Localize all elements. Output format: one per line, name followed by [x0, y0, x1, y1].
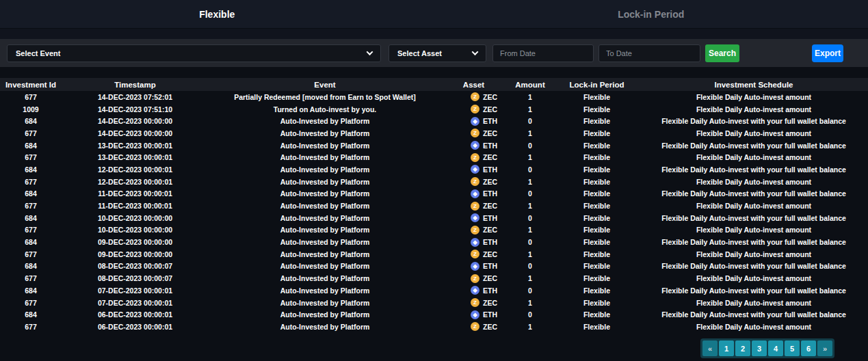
cell-investment-schedule: Flexible Daily Auto-invest amount — [640, 250, 868, 258]
cell-event: Auto-Invested by Platform — [209, 117, 441, 125]
cell-amount: 0 — [506, 214, 554, 222]
to-date-input[interactable] — [606, 49, 693, 57]
cell-asset: ◆ETH — [441, 310, 506, 319]
table-row: 68414-DEC-2023 00:00:00Auto-Invested by … — [0, 115, 868, 127]
cell-lock-in-period: Flexible — [554, 226, 640, 234]
cell-lock-in-period: Flexible — [554, 117, 640, 125]
cell-investment-schedule: Flexible Daily Auto-invest with your ful… — [640, 189, 868, 198]
cell-investment-schedule: Flexible Daily Auto-invest with your ful… — [640, 214, 868, 222]
column-header-lock-in-period: Lock-in Period — [554, 81, 640, 89]
cell-lock-in-period: Flexible — [554, 153, 640, 161]
cell-timestamp: 10-DEC-2023 00:00:00 — [62, 214, 209, 222]
pagination-page-button-4[interactable]: 4 — [768, 340, 783, 356]
table-row: 67711-DEC-2023 00:00:01Auto-Invested by … — [0, 200, 868, 212]
cell-investment-schedule: Flexible Daily Auto-invest with your ful… — [640, 262, 868, 270]
cell-amount: 0 — [506, 189, 554, 198]
pagination-page-button-2[interactable]: 2 — [735, 340, 750, 356]
cell-amount: 1 — [506, 129, 554, 137]
cell-investment-id: 684 — [0, 310, 62, 319]
cell-timestamp: 14-DEC-2023 00:00:00 — [62, 129, 209, 137]
cell-timestamp: 07-DEC-2023 00:00:01 — [62, 299, 209, 307]
cell-asset: ◆ETH — [441, 141, 506, 150]
cell-investment-id: 677 — [0, 202, 62, 210]
tab-flexible[interactable]: Flexible — [0, 0, 434, 28]
cell-asset: ◆ETH — [441, 286, 506, 295]
cell-lock-in-period: Flexible — [554, 262, 640, 270]
eth-coin-icon: ◆ — [471, 286, 479, 295]
cell-event: Auto-Invested by Platform — [209, 189, 441, 198]
table-row: 68410-DEC-2023 00:00:00Auto-Invested by … — [0, 212, 868, 224]
cell-timestamp: 08-DEC-2023 00:00:07 — [62, 274, 209, 282]
cell-amount: 1 — [506, 226, 554, 234]
cell-investment-id: 684 — [0, 262, 62, 270]
cell-lock-in-period: Flexible — [554, 214, 640, 222]
table-row: 67707-DEC-2023 00:00:01Auto-Invested by … — [0, 297, 868, 309]
column-header-asset: Asset — [441, 81, 506, 89]
asset-symbol: ZEC — [483, 105, 497, 113]
pagination-page-button-1[interactable]: 1 — [719, 340, 734, 356]
from-date-input[interactable] — [500, 49, 586, 57]
tab-lock-in-period[interactable]: Lock-in Period — [434, 0, 868, 28]
cell-lock-in-period: Flexible — [554, 165, 640, 174]
search-button[interactable]: Search — [705, 44, 739, 62]
asset-symbol: ETH — [483, 189, 497, 198]
cell-amount: 0 — [506, 238, 554, 246]
select-asset-dropdown[interactable]: Select Asset — [389, 44, 486, 62]
cell-event: Auto-Invested by Platform — [209, 262, 441, 270]
column-header-event: Event — [209, 81, 441, 89]
cell-timestamp: 12-DEC-2023 00:00:01 — [62, 165, 209, 174]
asset-symbol: ZEC — [483, 250, 497, 258]
table-row: 67710-DEC-2023 00:00:00Auto-Invested by … — [0, 224, 868, 237]
cell-lock-in-period: Flexible — [554, 274, 640, 282]
cell-investment-id: 1009 — [0, 105, 62, 113]
cell-lock-in-period: Flexible — [554, 178, 640, 186]
cell-investment-id: 684 — [0, 142, 62, 150]
cell-timestamp: 14-DEC-2023 07:52:01 — [62, 93, 209, 101]
table-row: 67713-DEC-2023 00:00:01Auto-Invested by … — [0, 151, 868, 163]
cell-asset: ◆ETH — [441, 189, 506, 198]
cell-timestamp: 11-DEC-2023 00:00:01 — [62, 189, 209, 198]
pagination-page-button-6[interactable]: 6 — [801, 340, 816, 356]
cell-amount: 1 — [506, 105, 554, 113]
tab-bar: Flexible Lock-in Period — [0, 0, 868, 29]
cell-amount: 0 — [506, 165, 554, 174]
table-header-row: Investment Id Timestamp Event Asset Amou… — [0, 78, 868, 91]
cell-asset: ZZEC — [441, 177, 506, 186]
zec-coin-icon: Z — [471, 202, 479, 211]
export-button[interactable]: Export — [812, 44, 843, 62]
cell-timestamp: 14-DEC-2023 07:51:10 — [62, 105, 209, 113]
table-row: 67709-DEC-2023 00:00:00Auto-Invested by … — [0, 248, 868, 260]
cell-timestamp: 14-DEC-2023 00:00:00 — [62, 117, 209, 125]
cell-investment-id: 677 — [0, 153, 62, 161]
cell-investment-id: 684 — [0, 214, 62, 222]
zec-coin-icon: Z — [471, 322, 479, 331]
cell-investment-schedule: Flexible Daily Auto-invest amount — [640, 129, 868, 137]
cell-asset: ◆ETH — [441, 117, 506, 126]
table-row: 67708-DEC-2023 00:00:07Auto-Invested by … — [0, 272, 868, 284]
cell-timestamp: 12-DEC-2023 00:00:01 — [62, 178, 209, 186]
eth-coin-icon: ◆ — [471, 117, 479, 126]
chevron-down-icon — [472, 49, 479, 55]
column-header-timestamp: Timestamp — [62, 81, 209, 89]
cell-amount: 0 — [506, 286, 554, 295]
cell-event: Auto-Invested by Platform — [209, 178, 441, 186]
cell-amount: 1 — [506, 299, 554, 307]
select-event-dropdown[interactable]: Select Event — [7, 44, 381, 62]
cell-investment-schedule: Flexible Daily Auto-invest amount — [640, 226, 868, 234]
zec-coin-icon: Z — [471, 274, 479, 283]
cell-timestamp: 07-DEC-2023 00:00:01 — [62, 286, 209, 295]
cell-asset: ZZEC — [441, 322, 506, 331]
pagination-page-button-3[interactable]: 3 — [752, 340, 767, 356]
table-row: 68409-DEC-2023 00:00:00Auto-Invested by … — [0, 236, 868, 248]
cell-investment-schedule: Flexible Daily Auto-invest amount — [640, 202, 868, 210]
cell-event: Auto-Invested by Platform — [209, 238, 441, 246]
eth-coin-icon: ◆ — [471, 262, 479, 271]
asset-symbol: ZEC — [483, 202, 497, 210]
cell-event: Auto-Invested by Platform — [209, 274, 441, 282]
zec-coin-icon: Z — [471, 250, 479, 258]
pagination-prev-button[interactable]: « — [702, 340, 718, 356]
cell-investment-schedule: Flexible Daily Auto-invest with your ful… — [640, 142, 868, 150]
pagination-page-button-5[interactable]: 5 — [785, 340, 800, 356]
header-divider-band — [0, 29, 868, 39]
pagination-next-button[interactable]: » — [817, 340, 832, 356]
